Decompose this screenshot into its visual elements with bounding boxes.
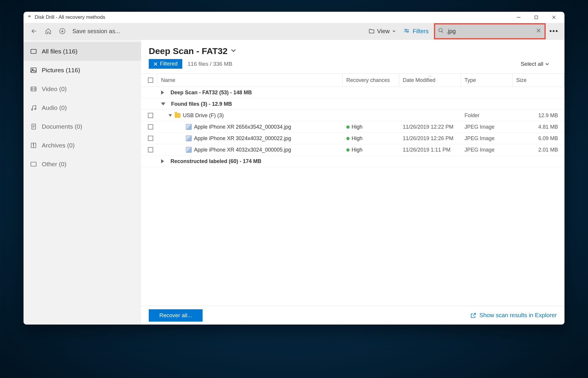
status-dot-icon: [346, 125, 350, 129]
col-date[interactable]: ︿Date Modified: [399, 74, 461, 87]
svg-rect-20: [31, 68, 36, 73]
sidebar-item-label: Documents (0): [42, 123, 82, 130]
row-checkbox[interactable]: [148, 136, 153, 141]
chevron-down-icon: [392, 29, 396, 33]
view-dropdown[interactable]: View: [366, 28, 398, 35]
filters-button[interactable]: Filters: [400, 28, 432, 35]
svg-point-15: [439, 28, 442, 32]
svg-point-14: [407, 31, 408, 32]
app-window: Disk Drill - All recovery methods Save s…: [24, 12, 564, 325]
expand-icon[interactable]: [161, 159, 164, 163]
svg-point-3: [30, 16, 30, 17]
svg-rect-36: [31, 162, 36, 166]
toolbar: Save session as... View Filters •••: [24, 23, 564, 40]
show-in-explorer-link[interactable]: Show scan results in Explorer: [470, 312, 557, 319]
status-dot-icon: [346, 137, 350, 140]
titlebar: Disk Drill - All recovery methods: [24, 12, 564, 23]
sidebar-item-pictures[interactable]: Pictures (116): [24, 61, 141, 80]
row-checkbox[interactable]: [148, 124, 153, 130]
sidebar-item-label: Audio (0): [42, 104, 67, 111]
more-button[interactable]: •••: [548, 25, 560, 37]
column-headers: Name Recovery chances ︿Date Modified Typ…: [141, 73, 564, 87]
save-session-button[interactable]: Save session as...: [72, 28, 120, 35]
select-all-button[interactable]: Select all: [521, 61, 549, 67]
collapse-icon[interactable]: [168, 114, 172, 117]
group-row[interactable]: Deep Scan - FAT32 (53) - 148 MB: [141, 87, 564, 98]
row-checkbox[interactable]: [148, 113, 153, 118]
svg-rect-19: [31, 49, 36, 53]
chevron-down-icon[interactable]: [230, 48, 236, 55]
collapse-icon[interactable]: [161, 103, 165, 105]
back-button[interactable]: [28, 25, 40, 37]
sidebar-item-label: Other (0): [42, 161, 66, 168]
folder-icon: [175, 113, 181, 118]
archives-icon: [30, 142, 37, 149]
open-external-icon: [470, 312, 477, 319]
file-row[interactable]: Apple iPhone XR 4032x3024_000005.jpg Hig…: [141, 144, 564, 156]
col-type[interactable]: Type: [461, 74, 513, 87]
svg-rect-5: [535, 16, 538, 19]
filters-label: Filters: [413, 28, 429, 35]
sidebar-item-video[interactable]: Video (0): [24, 80, 141, 98]
sliders-icon: [403, 28, 410, 34]
file-count: 116 files / 336 MB: [188, 61, 232, 67]
row-checkbox[interactable]: [148, 147, 153, 152]
recover-all-button[interactable]: Recover all...: [149, 309, 203, 322]
svg-point-13: [405, 29, 406, 30]
svg-rect-1: [28, 16, 31, 16]
search-box: [434, 23, 546, 39]
col-size[interactable]: Size: [513, 74, 564, 87]
file-row[interactable]: Apple iPhone XR 2656x3542_000034.jpg Hig…: [141, 121, 564, 133]
pictures-icon: [30, 67, 37, 74]
footer: Recover all... Show scan results in Expl…: [141, 306, 564, 325]
view-label: View: [377, 28, 390, 35]
sidebar-item-label: All files (116): [42, 48, 77, 55]
home-button[interactable]: [42, 25, 54, 37]
search-icon: [438, 28, 444, 35]
col-name[interactable]: Name: [158, 74, 343, 87]
clear-search-button[interactable]: [536, 28, 541, 34]
sidebar-item-label: Archives (0): [42, 142, 75, 149]
search-input[interactable]: [446, 28, 533, 35]
sidebar-item-documents[interactable]: Documents (0): [24, 117, 141, 136]
sidebar-item-audio[interactable]: Audio (0): [24, 98, 141, 117]
sidebar: All files (116) Pictures (116) Video (0)…: [24, 40, 141, 325]
sidebar-item-label: Video (0): [42, 85, 67, 93]
app-icon: [26, 14, 32, 20]
all-files-icon: [30, 48, 37, 55]
sidebar-item-label: Pictures (116): [42, 67, 80, 74]
download-button[interactable]: [56, 25, 68, 37]
jpeg-icon: [186, 124, 192, 130]
window-title: Disk Drill - All recovery methods: [35, 14, 510, 20]
content-pane: Deep Scan - FAT32 Filtered 116 files / 3…: [141, 40, 564, 325]
jpeg-icon: [186, 135, 192, 141]
col-recovery[interactable]: Recovery chances: [343, 74, 399, 87]
page-title: Deep Scan - FAT32: [149, 46, 228, 56]
close-button[interactable]: [545, 12, 563, 23]
sidebar-item-all-files[interactable]: All files (116): [24, 42, 141, 61]
sidebar-item-archives[interactable]: Archives (0): [24, 136, 141, 155]
filtered-badge[interactable]: Filtered: [149, 59, 182, 69]
maximize-button[interactable]: [527, 12, 545, 23]
group-row[interactable]: Reconstructed labeled (60) - 174 MB: [141, 156, 564, 167]
select-all-checkbox[interactable]: [148, 78, 153, 83]
folder-row[interactable]: USB Drive (F) (3) Folder 12.9 MB: [141, 110, 564, 121]
other-icon: [30, 161, 37, 168]
status-dot-icon: [346, 148, 350, 152]
svg-point-27: [35, 108, 36, 110]
sidebar-item-other[interactable]: Other (0): [24, 155, 141, 174]
minimize-button[interactable]: [510, 12, 527, 23]
audio-icon: [30, 104, 37, 111]
sort-up-icon: ︿: [428, 73, 432, 78]
video-icon: [30, 85, 37, 93]
jpeg-icon: [186, 147, 192, 153]
svg-point-2: [29, 16, 29, 17]
group-row[interactable]: Found files (3) - 12.9 MB: [141, 98, 564, 110]
expand-icon[interactable]: [161, 90, 164, 95]
svg-line-16: [442, 31, 443, 33]
chevron-down-icon: [545, 62, 549, 66]
svg-point-26: [31, 109, 33, 110]
file-row[interactable]: Apple iPhone XR 3024x4032_000022.jpg Hig…: [141, 133, 564, 144]
folder-icon: [368, 28, 375, 34]
close-icon: [153, 62, 158, 66]
